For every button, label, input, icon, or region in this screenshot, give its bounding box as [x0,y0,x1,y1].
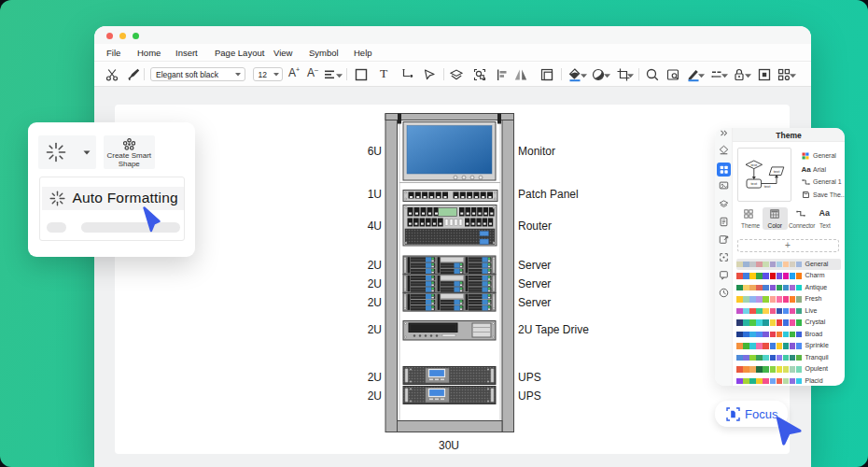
svg-text:2U Tape Drive: 2U Tape Drive [518,323,589,336]
svg-text:Monitor: Monitor [518,145,555,158]
svg-text:Patch Panel: Patch Panel [518,188,579,201]
svg-text:1U: 1U [368,188,382,201]
svg-text:30U: 30U [439,439,459,452]
svg-text:2U: 2U [368,277,382,290]
svg-text:text: text [750,163,758,167]
svg-text:text: text [750,181,758,186]
svg-text:2U: 2U [368,259,382,272]
svg-text:2U: 2U [368,389,382,403]
svg-text:text: text [774,169,781,174]
svg-text:Server: Server [518,296,551,309]
svg-text:2U: 2U [368,323,382,336]
svg-text:2U: 2U [368,371,382,384]
svg-text:Router: Router [518,219,552,233]
svg-text:6U: 6U [368,145,382,158]
svg-text:Server: Server [518,277,551,290]
svg-text:text: text [764,184,772,189]
svg-text:4U: 4U [368,219,382,233]
svg-text:2U: 2U [368,296,382,309]
svg-text:UPS: UPS [518,389,541,403]
svg-text:Server: Server [518,259,551,272]
svg-text:UPS: UPS [518,371,541,384]
